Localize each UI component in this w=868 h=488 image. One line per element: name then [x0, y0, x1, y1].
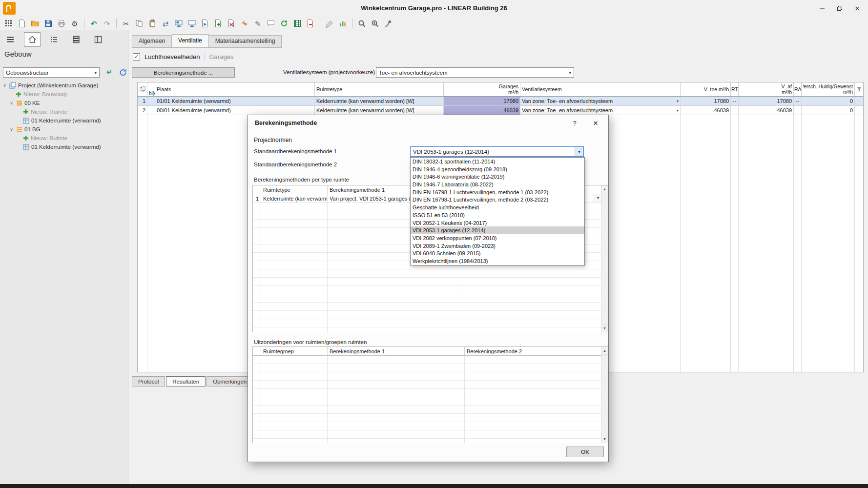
- row-versch[interactable]: 0: [802, 97, 855, 105]
- tab-ventilatie[interactable]: Ventilatie: [172, 34, 209, 48]
- doc-add-button[interactable]: [212, 18, 224, 29]
- tab-opmerkingen[interactable]: Opmerkingen: [207, 376, 253, 386]
- structure-select[interactable]: Gebouwstructuur ▾: [3, 67, 100, 78]
- col-rt[interactable]: RT: [731, 82, 739, 96]
- tab-protocol[interactable]: Protocol: [132, 376, 165, 386]
- dropdown-option[interactable]: Geschatte luchthoeveelheid: [411, 203, 584, 211]
- row-ra[interactable]: --: [794, 97, 802, 105]
- room-table-scrollbar[interactable]: ▲ ▼: [601, 185, 608, 332]
- col-bijv[interactable]: bijv: [147, 82, 155, 96]
- new-file-button[interactable]: [16, 18, 28, 29]
- row-ra[interactable]: --: [794, 106, 802, 115]
- combo-arrow-icon[interactable]: ▾: [677, 99, 679, 103]
- col-plaats[interactable]: Plaats: [155, 82, 315, 96]
- row-rt[interactable]: --: [731, 106, 739, 115]
- row-vaf[interactable]: 17080: [739, 97, 794, 105]
- comment-button[interactable]: [265, 18, 277, 29]
- row-plaats[interactable]: 00/01 Kelderruimte (verwarmd): [155, 106, 315, 115]
- dropdown-option[interactable]: DIN 18032-1 sporthallen (11-2014): [411, 158, 584, 165]
- tree-item-project[interactable]: ∨ Project (Winkelcentrum Garage): [0, 81, 127, 90]
- refresh-tree-button[interactable]: [118, 67, 128, 78]
- garages-view-link[interactable]: Garages: [209, 53, 234, 61]
- row-ventilatiesysteem[interactable]: Van zone: Toe- en afvoerluchtsysteem▾: [520, 106, 681, 115]
- exceptions-table-scrollbar[interactable]: ▲ ▼: [601, 347, 608, 443]
- col-versch[interactable]: Versch. Huidig/Gewenst m³/h: [802, 82, 855, 96]
- undo-button[interactable]: ↶: [88, 18, 100, 29]
- layer-stack-button[interactable]: [68, 32, 84, 47]
- tree-item-01-bg[interactable]: ∨ 01 BG: [0, 125, 127, 134]
- minimize-button[interactable]: [813, 0, 831, 17]
- table-row[interactable]: 1 01/01 Kelderruimte (verwarmd) Kelderru…: [138, 97, 863, 106]
- tree-item-nieuw-bouwlaag[interactable]: Nieuw: Bouwlaag: [0, 90, 127, 99]
- dropdown-option[interactable]: DIN EN 16798-1 Luchtvervuilingen, method…: [411, 196, 584, 204]
- dropdown-option[interactable]: Werkplekrichtlijnen (1984/2013): [411, 257, 584, 265]
- restore-button[interactable]: [831, 0, 848, 17]
- col-vaf[interactable]: V_af m³/h: [739, 82, 794, 96]
- col-ventilatiesysteem[interactable]: Ventilatiesysteem: [520, 82, 681, 96]
- spreadsheet-button[interactable]: [291, 18, 303, 29]
- room-list-button[interactable]: [46, 32, 62, 47]
- redo-button[interactable]: ↷: [101, 18, 113, 29]
- dropdown-option[interactable]: DIN 1946-4 gezondheidszorg (09-2018): [411, 165, 584, 173]
- row-vtoe[interactable]: 46039: [681, 106, 731, 115]
- row-plaats[interactable]: 01/01 Kelderruimte (verwarmd): [155, 97, 315, 105]
- menu-button[interactable]: [2, 32, 19, 47]
- col-ruimtegroep[interactable]: Ruimtegroep: [261, 347, 328, 355]
- row-vtoe[interactable]: 17080: [681, 97, 731, 105]
- dropdown-option[interactable]: DIN EN 16798-1 Luchtvervuilingen, method…: [411, 188, 584, 196]
- dropdown-option[interactable]: DIN 1946-6 woningventilatie (12-2019): [411, 173, 584, 181]
- chevron-expanded-icon[interactable]: ∨: [2, 83, 7, 88]
- dropdown-option[interactable]: DIN 1946-7 Laboratoria (08-2022): [411, 181, 584, 188]
- close-window-button[interactable]: ✕: [848, 0, 866, 17]
- screen-note-button[interactable]: [173, 18, 185, 29]
- dropdown-option[interactable]: VDI 6040 Scholen (09-2015): [411, 250, 584, 258]
- scroll-up-icon[interactable]: ▲: [601, 185, 608, 193]
- search-button[interactable]: [356, 18, 368, 29]
- print-button[interactable]: [56, 18, 67, 29]
- row-versch[interactable]: 0: [802, 106, 855, 115]
- col-garages[interactable]: Garages m³/h: [444, 82, 520, 96]
- tree-item-nieuw-ruimte-1[interactable]: Nieuw: Ruimte: [0, 107, 127, 116]
- scroll-down-icon[interactable]: ▼: [601, 324, 608, 332]
- combo-arrow-icon[interactable]: ▾: [575, 147, 583, 156]
- col-ra[interactable]: RA: [794, 82, 802, 96]
- save-button[interactable]: [42, 18, 54, 29]
- chart-button[interactable]: [337, 18, 349, 29]
- dialog-close-button[interactable]: ✕: [589, 118, 602, 128]
- scroll-down-icon[interactable]: ▼: [601, 435, 608, 443]
- row-ventilatiesysteem[interactable]: Van zone: Toe- en afvoerluchtsysteem▾: [520, 97, 681, 105]
- row-garages[interactable]: 17080: [444, 97, 520, 105]
- chevron-expanded-icon[interactable]: ∨: [9, 101, 14, 105]
- tree-item-kelderruimte-2[interactable]: 01 Kelderruimte (verwarmd): [0, 142, 127, 151]
- dialog-help-button[interactable]: ?: [569, 118, 580, 128]
- link-button[interactable]: [239, 18, 250, 29]
- tree-item-nieuw-ruimte-2[interactable]: Nieuw: Ruimte: [0, 134, 127, 142]
- dropdown-option[interactable]: ISSO 51 en 53 (2018): [411, 211, 584, 219]
- col-berekeningsmethode-2[interactable]: Berekeningsmethode 2: [465, 347, 602, 355]
- chevron-expanded-icon[interactable]: ∨: [9, 127, 14, 132]
- settings-button[interactable]: ⚙: [69, 18, 81, 29]
- tree-item-kelderruimte-1[interactable]: 01 Kelderruimte (verwarmd): [0, 116, 127, 125]
- open-folder-button[interactable]: [29, 18, 41, 29]
- doc-run-button[interactable]: [199, 18, 211, 29]
- combo-arrow-icon[interactable]: ▾: [677, 108, 679, 113]
- row-ruimtetype[interactable]: Kelderruimte (kan verwarmd ...: [261, 194, 328, 203]
- dropdown-option[interactable]: VDI 2089-1 Zwembaden (09-2023): [411, 242, 584, 250]
- copy-button[interactable]: [133, 18, 145, 29]
- tab-resultaten[interactable]: Resultaten: [166, 376, 206, 386]
- row-ruimtetype[interactable]: Kelderruimte (kan verwarmd worden) [W]: [315, 97, 444, 105]
- apps-grid-button[interactable]: [3, 18, 15, 29]
- eyedropper-button[interactable]: [382, 18, 394, 29]
- method1-select[interactable]: VDI 2053-1 garages (12-2014) ▾: [410, 146, 584, 157]
- col-berekeningsmethode-1[interactable]: Berekeningsmethode 1: [328, 347, 465, 355]
- col-ruimtetype[interactable]: Ruimtetype: [261, 185, 328, 194]
- sync-button[interactable]: ⇄: [160, 18, 171, 29]
- luchthoeveelheden-checkbox[interactable]: ✓: [133, 53, 140, 61]
- zoom-button[interactable]: [369, 18, 381, 29]
- col-vtoe[interactable]: V_toe m³/h: [681, 82, 731, 96]
- refresh-button[interactable]: [278, 18, 290, 29]
- screen-button[interactable]: [186, 18, 198, 29]
- cut-button[interactable]: ✂: [120, 18, 132, 29]
- row-ruimtetype[interactable]: Kelderruimte (kan verwarmd worden) [W]: [315, 106, 444, 115]
- col-ruimtetype[interactable]: Ruimtetype: [315, 82, 444, 96]
